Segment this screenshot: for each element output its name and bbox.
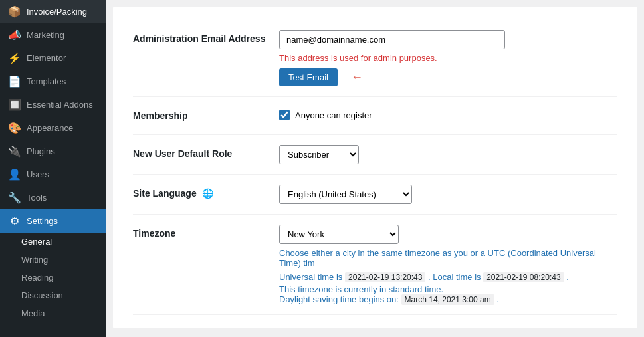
email-cell: This address is used for admin purposes.… [279,20,617,97]
timezone-note: Choose either a city in the same timezon… [279,248,617,268]
templates-icon: 📄 [8,75,21,88]
sidebar-item-users[interactable]: 👤 Users [0,163,106,186]
sidebar-item-plugins[interactable]: 🔌 Plugins [0,140,106,163]
site-language-cell: English (United States) [279,175,617,215]
utc-timestamp: 2021-02-19 13:20:43 [345,272,425,282]
site-language-label: Site Language 🌐 [133,175,279,215]
membership-label: Membership [133,97,279,135]
site-language-row: Site Language 🌐 English (United States) [133,175,617,215]
marketing-icon: 📣 [8,29,21,41]
submenu-item-general[interactable]: General [0,233,106,251]
sidebar-item-label: Invoice/Packing [27,7,98,17]
new-user-role-label: New User Default Role [133,135,279,175]
sidebar-item-tools[interactable]: 🔧 Tools [0,186,106,209]
sidebar-item-label: Users [27,169,98,179]
new-user-role-cell: Subscriber [279,135,617,175]
membership-checkbox-label: Anyone can register [295,110,372,120]
users-icon: 👤 [8,168,21,181]
admin-note: This address is used for admin purposes. [279,53,617,63]
form-table: Administration Email Address This addres… [133,20,617,315]
timezone-label: Timezone [133,215,279,315]
active-arrow [101,216,106,227]
sidebar-item-label: Essential Addons [27,100,98,110]
appearance-icon: 🎨 [8,122,21,134]
settings-submenu: General Writing Reading Discussion Media [0,233,106,322]
settings-form: Administration Email Address This addres… [113,7,637,328]
utc-label: Universal time is [279,272,342,282]
sidebar-item-label: Settings [27,216,98,226]
sidebar-item-templates[interactable]: 📄 Templates [0,70,106,93]
email-row: Administration Email Address This addres… [133,20,617,97]
sidebar-item-settings[interactable]: ⚙ Settings [0,209,106,233]
local-timestamp: 2021-02-19 08:20:43 [483,272,564,282]
new-user-role-select[interactable]: Subscriber [279,145,359,164]
new-user-role-row: New User Default Role Subscriber [133,135,617,175]
submenu-item-discussion[interactable]: Discussion [0,286,106,304]
sidebar-item-appearance[interactable]: 🎨 Appearance [0,116,106,140]
essential-addons-icon: 🔲 [8,98,21,111]
sidebar-item-label: Templates [27,76,98,86]
timezone-cell: New York Choose either a city in the sam… [279,215,617,315]
email-input[interactable] [279,30,505,49]
dst-row: Daylight saving time begins on: March 14… [279,294,617,304]
utc-row: Universal time is 2021-02-19 13:20:43 . … [279,272,617,282]
sidebar: 📦 Invoice/Packing 📣 Marketing ⚡ Elemento… [0,0,106,337]
invoice-icon: 📦 [8,5,21,18]
sidebar-item-label: Tools [27,193,98,203]
membership-cell: Anyone can register [279,97,617,135]
plugins-icon: 🔌 [8,145,21,158]
sidebar-item-label: Marketing [27,30,98,40]
timezone-row: Timezone New York Choose either a city i… [133,215,617,315]
membership-checkbox-row: Anyone can register [279,110,617,120]
settings-icon: ⚙ [8,215,21,227]
main-content: Administration Email Address This addres… [106,0,644,337]
dst-date: March 14, 2021 3:00 am [401,294,494,305]
sidebar-item-label: Elementor [27,53,98,63]
submenu-item-reading[interactable]: Reading [0,269,106,286]
globe-icon: 🌐 [202,188,213,199]
membership-checkbox[interactable] [279,110,290,120]
email-label: Administration Email Address [133,20,279,97]
sidebar-item-invoice[interactable]: 📦 Invoice/Packing [0,0,106,23]
timezone-select[interactable]: New York [279,225,399,244]
arrow-indicator: ← [351,70,363,84]
submenu-item-media[interactable]: Media [0,304,106,322]
sidebar-item-elementor[interactable]: ⚡ Elementor [0,47,106,70]
sidebar-item-label: Plugins [27,146,98,156]
dst-label: Daylight saving time begins on: [279,294,399,304]
elementor-icon: ⚡ [8,52,21,64]
sidebar-item-essential-addons[interactable]: 🔲 Essential Addons [0,93,106,116]
membership-row: Membership Anyone can register [133,97,617,135]
local-label: . Local time is [428,272,483,282]
sidebar-item-label: Appearance [27,123,98,133]
site-language-select[interactable]: English (United States) [279,185,412,204]
standard-time-text: This timezone is currently in standard t… [279,284,617,294]
test-email-button[interactable]: Test Email [279,68,338,86]
submenu-item-writing[interactable]: Writing [0,251,106,269]
sidebar-item-marketing[interactable]: 📣 Marketing [0,23,106,47]
tools-icon: 🔧 [8,191,21,204]
